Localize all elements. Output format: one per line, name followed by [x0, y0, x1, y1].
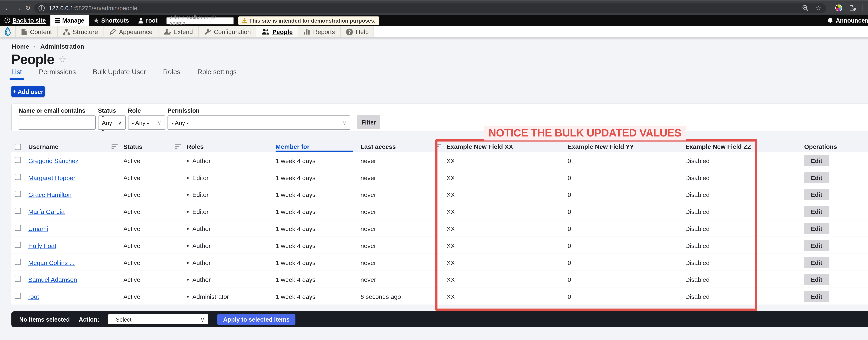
user-account-button[interactable]: root: [133, 15, 162, 26]
menu-item-extend[interactable]: Extend: [158, 26, 198, 37]
table-row: Megan Collins ...Active•Author1 week 4 d…: [11, 254, 868, 271]
last-access-cell: never: [361, 157, 447, 164]
back-to-site-button[interactable]: ‹ Back to site: [0, 15, 50, 26]
drupal-logo[interactable]: [0, 26, 16, 37]
column-header-last_access[interactable]: Last access: [361, 142, 447, 152]
extensions-puzzle-icon[interactable]: [848, 4, 856, 11]
last-access-cell: never: [361, 276, 447, 283]
reload-icon[interactable]: ↻: [25, 4, 31, 12]
edit-button[interactable]: Edit: [804, 155, 829, 166]
roles-cell: •Author: [187, 259, 276, 266]
username-link[interactable]: Holly Foat: [28, 242, 56, 249]
edit-button[interactable]: Edit: [804, 274, 829, 285]
permission-filter-select[interactable]: - Any -∨: [167, 116, 350, 130]
field-zz-cell: Disabled: [685, 242, 804, 249]
shortcuts-button[interactable]: ★ Shortcuts: [89, 15, 133, 26]
status-filter-select[interactable]: - Any -∨: [98, 116, 126, 130]
edit-button[interactable]: Edit: [804, 206, 829, 217]
row-checkbox[interactable]: [15, 208, 21, 214]
column-header-label: Roles: [187, 143, 204, 150]
role-filter-label: Role: [128, 107, 165, 114]
admin-quick-search-input[interactable]: Admin Toolbar quick search: [167, 17, 234, 24]
row-checkbox[interactable]: [15, 225, 21, 231]
back-icon[interactable]: ←: [4, 4, 11, 12]
breadcrumb-home-link[interactable]: Home: [12, 43, 29, 50]
row-checkbox[interactable]: [15, 242, 21, 248]
edit-button[interactable]: Edit: [804, 189, 829, 200]
member-for-cell: 1 week 4 days: [276, 157, 361, 164]
column-header-roles[interactable]: Roles: [187, 142, 276, 152]
status-cell: Active: [123, 191, 187, 198]
manage-button[interactable]: Manage: [50, 15, 89, 26]
menu-item-people[interactable]: People: [256, 26, 298, 37]
username-link[interactable]: root: [28, 293, 39, 300]
username-link[interactable]: María García: [28, 208, 65, 215]
column-header-xx[interactable]: Example New Field XX: [446, 142, 568, 152]
zoom-out-icon[interactable]: [802, 4, 809, 11]
tab-list[interactable]: List: [11, 68, 22, 80]
bulk-actions-bar: No items selected Action: - Select - ∨ A…: [11, 311, 868, 327]
status-cell: Active: [123, 242, 187, 249]
username-link[interactable]: Margaret Hopper: [28, 174, 75, 181]
role-label: Editor: [192, 208, 209, 215]
edit-button[interactable]: Edit: [804, 257, 829, 268]
row-checkbox[interactable]: [15, 259, 21, 265]
row-checkbox[interactable]: [15, 191, 21, 197]
filter-button[interactable]: Filter: [357, 115, 380, 129]
field-yy-cell: 0: [568, 259, 685, 266]
field-zz-cell: Disabled: [685, 208, 804, 215]
row-checkbox[interactable]: [15, 276, 21, 282]
menu-item-content[interactable]: Content: [16, 26, 58, 37]
menu-item-help[interactable]: ?Help: [341, 26, 374, 37]
roles-cell: •Author: [187, 225, 276, 232]
username-link[interactable]: Samuel Adamson: [28, 276, 77, 283]
edit-button[interactable]: Edit: [804, 240, 829, 251]
extend-icon: [163, 28, 170, 35]
favorite-star-icon[interactable]: ☆: [59, 54, 66, 65]
apply-to-selected-button[interactable]: Apply to selected items: [218, 314, 295, 325]
column-header-member_for[interactable]: Member for↑: [276, 142, 361, 152]
tab-role-settings[interactable]: Role settings: [197, 68, 237, 80]
tab-bulk-update-user[interactable]: Bulk Update User: [93, 68, 146, 80]
name-filter-input[interactable]: [19, 116, 96, 130]
edit-button[interactable]: Edit: [804, 291, 829, 302]
column-header-zz[interactable]: Example New Field ZZ: [685, 142, 804, 152]
bulk-action-select[interactable]: - Select - ∨: [108, 314, 209, 324]
tab-permissions[interactable]: Permissions: [39, 68, 76, 80]
menu-item-reports[interactable]: Reports: [299, 26, 341, 37]
toolbar-divider: [862, 4, 863, 11]
menu-item-appearance[interactable]: Appearance: [104, 26, 158, 37]
operations-cell: Edit: [804, 172, 868, 183]
address-bar[interactable]: i 127.0.0.1:58273/en/admin/people ☆: [34, 3, 826, 13]
column-header-operations[interactable]: Operations: [804, 142, 868, 152]
username-link[interactable]: Grace Hamilton: [28, 191, 71, 198]
filter-panel: Name or email contains Status - Any -∨ R…: [11, 104, 868, 131]
edit-button[interactable]: Edit: [804, 172, 829, 183]
tab-roles[interactable]: Roles: [163, 68, 180, 80]
url-text[interactable]: 127.0.0.1:58273/en/admin/people: [49, 4, 798, 11]
username-link[interactable]: Gregorio Sánchez: [28, 157, 79, 164]
column-header-status[interactable]: Status: [123, 142, 187, 152]
column-header-yy[interactable]: Example New Field YY: [568, 142, 685, 152]
column-header-username[interactable]: Username: [28, 142, 123, 152]
menu-item-label: Appearance: [119, 28, 152, 35]
username-cell: Margaret Hopper: [28, 174, 123, 181]
forward-icon[interactable]: →: [15, 4, 22, 12]
row-checkbox[interactable]: [15, 292, 21, 299]
breadcrumb-administration-link[interactable]: Administration: [40, 43, 84, 50]
site-info-icon[interactable]: i: [38, 5, 45, 11]
edit-button[interactable]: Edit: [804, 223, 829, 234]
menu-item-structure[interactable]: Structure: [58, 26, 104, 37]
row-checkbox[interactable]: [15, 174, 21, 180]
role-bullet: •: [187, 208, 189, 215]
row-checkbox[interactable]: [15, 157, 21, 163]
announcements-button[interactable]: Announcements: [836, 15, 868, 26]
bookmark-star-icon[interactable]: ☆: [816, 4, 822, 12]
select-all-checkbox[interactable]: [15, 144, 21, 150]
username-link[interactable]: Umami: [28, 225, 48, 232]
add-user-button[interactable]: + Add user: [11, 86, 44, 97]
extension-color-icon[interactable]: [835, 4, 842, 11]
menu-item-configuration[interactable]: Configuration: [198, 26, 256, 37]
role-filter-select[interactable]: - Any -∨: [128, 116, 165, 130]
username-link[interactable]: Megan Collins ...: [28, 259, 75, 266]
